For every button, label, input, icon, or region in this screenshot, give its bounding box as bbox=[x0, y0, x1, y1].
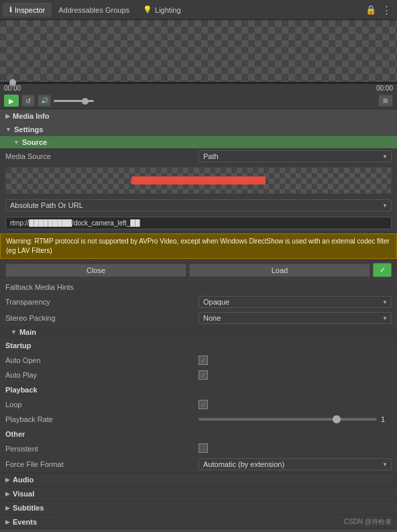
force-file-format-select[interactable]: Automatic (by extension) bbox=[198, 458, 392, 470]
close-button[interactable]: Close bbox=[5, 264, 186, 277]
fullscreen-button[interactable]: ⊞ bbox=[378, 95, 393, 107]
stereo-packing-label: Stereo Packing bbox=[5, 314, 198, 322]
loop-checkbox[interactable]: ✓ bbox=[198, 400, 208, 409]
playback-rate-value: 1 bbox=[198, 415, 392, 423]
load-button[interactable]: Load bbox=[189, 264, 370, 277]
stereo-packing-row: Stereo Packing None bbox=[0, 310, 397, 326]
watermark: CSDN @持枪者 bbox=[344, 517, 392, 527]
transparency-dropdown-wrapper: Opaque bbox=[198, 296, 392, 308]
media-info-label: Media Info bbox=[13, 112, 49, 120]
playback-rate-thumb bbox=[333, 415, 341, 423]
transport-controls: ▶ ↺ 🔊 ⊞ bbox=[0, 93, 397, 109]
force-file-format-label: Force File Format bbox=[5, 460, 198, 468]
tab-lighting-label: Lighting bbox=[155, 6, 181, 14]
main-label: Main bbox=[19, 328, 36, 336]
tab-addressables-label: Addressables Groups bbox=[58, 6, 129, 14]
path-type-dropdown-wrapper[interactable]: Absolute Path Or URL bbox=[5, 199, 392, 211]
other-group-label-row: Other bbox=[0, 427, 397, 441]
loop-label: Loop bbox=[5, 401, 198, 409]
path-type-select[interactable]: Absolute Path Or URL bbox=[5, 199, 392, 211]
stereo-packing-dropdown-container[interactable]: None bbox=[198, 312, 392, 324]
tab-inspector-label: Inspector bbox=[15, 6, 45, 14]
preview-area bbox=[0, 20, 397, 84]
auto-open-checkbox[interactable]: ✓ bbox=[198, 356, 208, 365]
media-source-row: Media Source Path bbox=[0, 148, 397, 164]
force-file-format-dropdown-container[interactable]: Automatic (by extension) bbox=[198, 458, 392, 470]
url-input-row bbox=[0, 214, 397, 232]
tab-lighting[interactable]: 💡 Lighting bbox=[136, 3, 188, 17]
playback-rate-row: Playback Rate 1 bbox=[0, 412, 397, 427]
auto-play-checkbox[interactable]: ✓ bbox=[198, 370, 208, 380]
startup-group-label-row: Startup bbox=[0, 338, 397, 353]
persistent-value bbox=[198, 443, 392, 454]
playback-label: Playback bbox=[5, 386, 38, 394]
tab-inspector[interactable]: ℹ Inspector bbox=[3, 3, 52, 17]
visual-section[interactable]: ▶ Visual bbox=[0, 486, 397, 500]
subtitles-section[interactable]: ▶ Subtitles bbox=[0, 500, 397, 515]
tab-bar: ℹ Inspector Addressables Groups 💡 Lighti… bbox=[0, 0, 397, 20]
playback-rate-number: 1 bbox=[381, 415, 392, 423]
redacted-bar bbox=[131, 176, 266, 184]
stereo-packing-dropdown-wrapper: None bbox=[198, 312, 392, 324]
main-arrow: ▼ bbox=[11, 329, 17, 335]
volume-thumb bbox=[82, 98, 89, 105]
media-source-select[interactable]: Path bbox=[198, 150, 392, 162]
warning-box: Warning: RTMP protocol is not supported … bbox=[0, 233, 397, 259]
media-source-dropdown-wrapper: Path bbox=[198, 150, 392, 162]
persistent-checkbox[interactable] bbox=[198, 443, 208, 453]
media-source-dropdown-container[interactable]: Path bbox=[198, 150, 392, 162]
subtitles-arrow: ▶ bbox=[5, 504, 10, 511]
audio-section[interactable]: ▶ Audio bbox=[0, 472, 397, 486]
platform-section[interactable]: ▼ Platform Specific bbox=[0, 529, 397, 532]
settings-body: ▼ Source Media Source Path Absolute Path bbox=[0, 136, 397, 532]
events-section[interactable]: ▶ Events bbox=[0, 515, 397, 529]
auto-open-value: ✓ bbox=[198, 356, 392, 365]
volume-slider[interactable] bbox=[54, 100, 94, 102]
subtitles-label: Subtitles bbox=[13, 504, 44, 512]
auto-open-row: Auto Open ✓ bbox=[0, 353, 397, 368]
time-end: 00:00 bbox=[376, 85, 393, 92]
loop-row: Loop ✓ bbox=[0, 397, 397, 412]
main-section-header[interactable]: ▼ Main bbox=[0, 326, 397, 338]
events-arrow: ▶ bbox=[5, 519, 10, 525]
transparency-row: Transparency Opaque bbox=[0, 294, 397, 310]
confirm-button[interactable]: ✓ bbox=[373, 263, 392, 277]
auto-play-value: ✓ bbox=[198, 370, 392, 380]
info-icon: ℹ bbox=[9, 5, 12, 14]
settings-header[interactable]: ▼ Settings bbox=[0, 123, 397, 136]
fallback-header: Fallback Media Hints bbox=[0, 280, 397, 294]
url-input[interactable] bbox=[5, 217, 392, 229]
rewind-button[interactable]: ↺ bbox=[21, 95, 35, 107]
playback-rate-track[interactable] bbox=[198, 418, 377, 421]
lock-icon[interactable]: 🔒 bbox=[365, 5, 376, 15]
source-arrow: ▼ bbox=[13, 139, 19, 146]
source-header[interactable]: ▼ Source bbox=[0, 136, 397, 148]
transparency-dropdown-container[interactable]: Opaque bbox=[198, 296, 392, 308]
media-info-header[interactable]: ▶ Media Info bbox=[0, 109, 397, 123]
persistent-label: Persistent bbox=[5, 445, 198, 453]
visual-label: Visual bbox=[13, 490, 34, 498]
redacted-preview bbox=[5, 167, 392, 194]
menu-icon[interactable]: ⋮ bbox=[379, 4, 394, 16]
audio-label: Audio bbox=[13, 476, 34, 484]
transport-right: ⊞ bbox=[378, 95, 393, 107]
audio-arrow: ▶ bbox=[5, 476, 10, 483]
stereo-packing-select[interactable]: None bbox=[198, 312, 392, 324]
media-info-arrow: ▶ bbox=[5, 113, 10, 119]
other-label: Other bbox=[5, 430, 25, 438]
audio-button[interactable]: 🔊 bbox=[38, 95, 51, 107]
path-type-row: Absolute Path Or URL bbox=[0, 197, 397, 214]
buttons-row: Close Load ✓ bbox=[0, 260, 397, 280]
time-display: 00:00 00:00 bbox=[0, 84, 397, 93]
light-icon: 💡 bbox=[143, 5, 152, 14]
tab-addressables[interactable]: Addressables Groups bbox=[52, 3, 136, 17]
warning-text: Warning: RTMP protocol is not supported … bbox=[6, 237, 390, 254]
settings-label: Settings bbox=[14, 125, 43, 134]
auto-open-label: Auto Open bbox=[5, 356, 198, 364]
play-button[interactable]: ▶ bbox=[4, 95, 19, 107]
fallback-label: Fallback Media Hints bbox=[5, 283, 74, 291]
playback-rate-label: Playback Rate bbox=[5, 415, 198, 423]
visual-arrow: ▶ bbox=[5, 490, 10, 497]
events-label: Events bbox=[13, 518, 37, 526]
transparency-select[interactable]: Opaque bbox=[198, 296, 392, 308]
